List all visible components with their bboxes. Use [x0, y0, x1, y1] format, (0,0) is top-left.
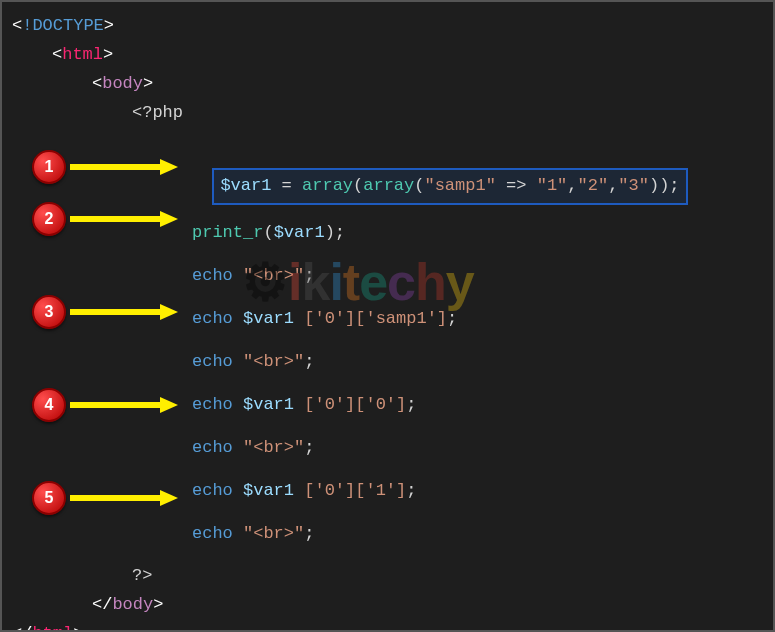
arrow-3 — [70, 302, 180, 322]
arrow-1 — [70, 157, 180, 177]
arrow-2 — [70, 209, 180, 229]
svg-marker-5 — [160, 304, 178, 320]
svg-marker-9 — [160, 490, 178, 506]
line-echo-br-4: echo "<br>"; — [12, 520, 773, 549]
line-php-close: ?> — [12, 562, 773, 591]
arrow-5 — [70, 488, 180, 508]
line-html-open: <html> — [12, 41, 773, 70]
line-echo-br-1: echo "<br>"; — [12, 262, 773, 291]
line-echo-br-3: echo "<br>"; — [12, 434, 773, 463]
callout-4: 4 — [32, 388, 66, 422]
arrow-4 — [70, 395, 180, 415]
callout-2: 2 — [32, 202, 66, 236]
callout-5: 5 — [32, 481, 66, 515]
line-php-open: <?php — [12, 99, 773, 128]
svg-marker-7 — [160, 397, 178, 413]
line-echo-br-2: echo "<br>"; — [12, 348, 773, 377]
callout-1: 1 — [32, 150, 66, 184]
callout-3: 3 — [32, 295, 66, 329]
line-body-open: <body> — [12, 70, 773, 99]
line-body-close: </body> — [12, 591, 773, 620]
svg-marker-3 — [160, 211, 178, 227]
line-doctype: <!DOCTYPE> — [12, 12, 773, 41]
svg-marker-1 — [160, 159, 178, 175]
line-html-close: </html> — [12, 620, 773, 632]
highlight-box: $var1 = array(array("samp1" => "1","2","… — [212, 168, 687, 205]
